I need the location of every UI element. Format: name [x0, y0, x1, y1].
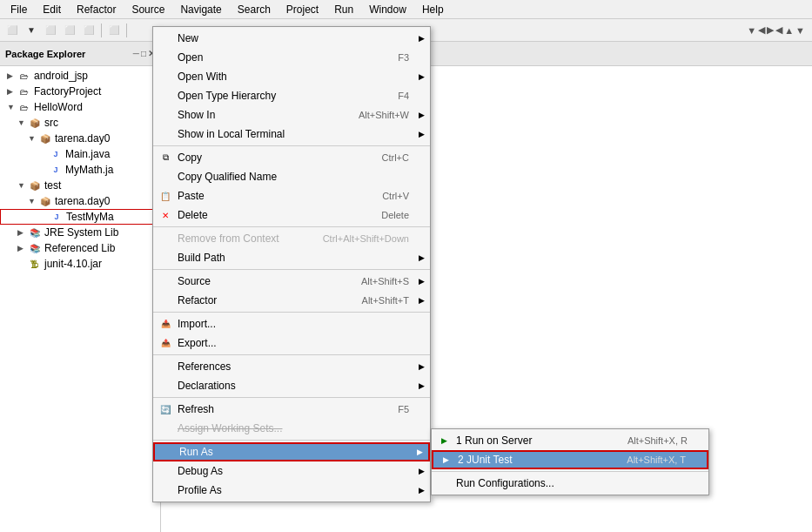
ctx-label: Copy Qualified Name — [178, 171, 277, 183]
ctx-source[interactable]: Source Alt+Shift+S — [153, 272, 430, 291]
submenu-runas: ▶ 1 Run on Server Alt+Shift+X, R ▶ 2 JUn… — [431, 428, 709, 495]
ctx-shortcut: Alt+Shift+T — [362, 295, 423, 306]
ctx-shortcut: Alt+Shift+X, T — [627, 455, 700, 465]
ctx-declarations[interactable]: Declarations — [153, 376, 430, 395]
ctx-label: Show in Local Terminal — [178, 128, 285, 140]
ctx-label: 1 Run on Server — [456, 434, 532, 447]
run-server-icon: ▶ — [437, 434, 451, 448]
ctx-label: Profile As — [178, 484, 222, 496]
ctx-open-with[interactable]: Open With — [153, 67, 430, 86]
ctx-sep2 — [153, 226, 430, 227]
ctx-run-server[interactable]: ▶ 1 Run on Server Alt+Shift+X, R — [432, 431, 708, 450]
ctx-label: Open — [178, 51, 203, 64]
ctx-sep3 — [153, 269, 430, 270]
ctx-copy[interactable]: ⧉ Copy Ctrl+C — [153, 148, 430, 167]
ctx-junit-test[interactable]: ▶ 2 JUnit Test Alt+Shift+X, T — [432, 450, 708, 469]
ctx-label: Copy — [178, 152, 202, 164]
ctx-refactor[interactable]: Refactor Alt+Shift+T — [153, 291, 430, 310]
ctx-run-as[interactable]: Run As — [153, 442, 430, 461]
ctx-shortcut: Alt+Shift+X, R — [627, 435, 701, 446]
ctx-refresh[interactable]: 🔄 Refresh F5 — [153, 400, 430, 419]
ctx-label: 2 JUnit Test — [458, 454, 512, 466]
ctx-label: Open With — [178, 71, 227, 83]
delete-icon: ✕ — [158, 208, 172, 222]
ctx-label: Source — [178, 275, 211, 287]
ctx-label: Assign Working Sets... — [178, 422, 283, 434]
ctx-open[interactable]: Open F3 — [153, 48, 430, 67]
ctx-shortcut: F5 — [398, 404, 423, 414]
ctx-debug-as[interactable]: Debug As — [153, 461, 430, 481]
ctx-label: Debug As — [178, 465, 223, 477]
ctx-label: Build Path — [178, 252, 225, 264]
refresh-icon: 🔄 — [158, 402, 172, 416]
ctx-copy-qualified[interactable]: Copy Qualified Name — [153, 167, 430, 186]
ctx-shortcut: Ctrl+Alt+Shift+Down — [323, 233, 423, 244]
ctx-show-local[interactable]: Show in Local Terminal — [153, 125, 430, 144]
ctx-show-in[interactable]: Show In Alt+Shift+W — [153, 105, 430, 125]
ctx-new[interactable]: New — [153, 29, 430, 48]
ctx-export[interactable]: 📤 Export... — [153, 333, 430, 353]
ctx-label: Refresh — [178, 403, 214, 415]
ctx-label: Import... — [178, 318, 216, 330]
ctx-paste[interactable]: 📋 Paste Ctrl+V — [153, 186, 430, 205]
ctx-sep7 — [153, 440, 430, 441]
ctx-label: Show In — [178, 109, 215, 121]
ctx-remove-context[interactable]: Remove from Context Ctrl+Alt+Shift+Down — [153, 229, 430, 248]
ctx-shortcut: Delete — [381, 210, 423, 220]
ctx-label: Delete — [178, 209, 208, 221]
ctx-label: New — [178, 32, 198, 44]
ctx-shortcut: Alt+Shift+W — [359, 110, 423, 120]
ctx-shortcut: Ctrl+V — [382, 191, 423, 201]
ctx-label: Run Configurations... — [456, 477, 554, 489]
ctx-open-type[interactable]: Open Type Hierarchy F4 — [153, 86, 430, 105]
ctx-label: References — [178, 360, 231, 373]
copy-icon: ⧉ — [158, 151, 172, 165]
ctx-references[interactable]: References — [153, 357, 430, 376]
ctx-label: Paste — [178, 190, 205, 202]
ctx-shortcut: Alt+Shift+S — [361, 276, 423, 286]
ctx-build-path[interactable]: Build Path — [153, 248, 430, 267]
ctx-label: Run As — [179, 446, 213, 458]
ctx-sep-runas — [432, 471, 708, 472]
ctx-label: Open Type Hierarchy — [178, 90, 276, 102]
ctx-delete[interactable]: ✕ Delete Delete — [153, 205, 430, 225]
ctx-shortcut: F3 — [398, 52, 423, 63]
ctx-sep6 — [153, 397, 430, 398]
ctx-label: Export... — [178, 337, 217, 349]
ctx-shortcut: Ctrl+C — [382, 152, 423, 163]
ctx-shortcut: F4 — [398, 91, 423, 101]
ctx-assign-working[interactable]: Assign Working Sets... — [153, 419, 430, 438]
ctx-sep5 — [153, 354, 430, 355]
ctx-import[interactable]: 📥 Import... — [153, 314, 430, 333]
context-menu-overlay: New Open F3 Open With Open Type Hierarch… — [0, 0, 812, 532]
ctx-label: Remove from Context — [178, 232, 279, 245]
ctx-profile-as[interactable]: Profile As — [153, 481, 430, 500]
paste-icon: 📋 — [158, 189, 172, 203]
export-icon: 📤 — [158, 336, 172, 350]
context-menu: New Open F3 Open With Open Type Hierarch… — [152, 26, 431, 502]
ctx-run-config[interactable]: Run Configurations... — [432, 474, 708, 493]
ctx-sep1 — [153, 145, 430, 146]
junit-icon: ▶ — [439, 453, 453, 467]
ctx-sep4 — [153, 312, 430, 313]
ctx-label: Declarations — [178, 380, 236, 392]
import-icon: 📥 — [158, 317, 172, 331]
ctx-label: Refactor — [178, 294, 217, 306]
